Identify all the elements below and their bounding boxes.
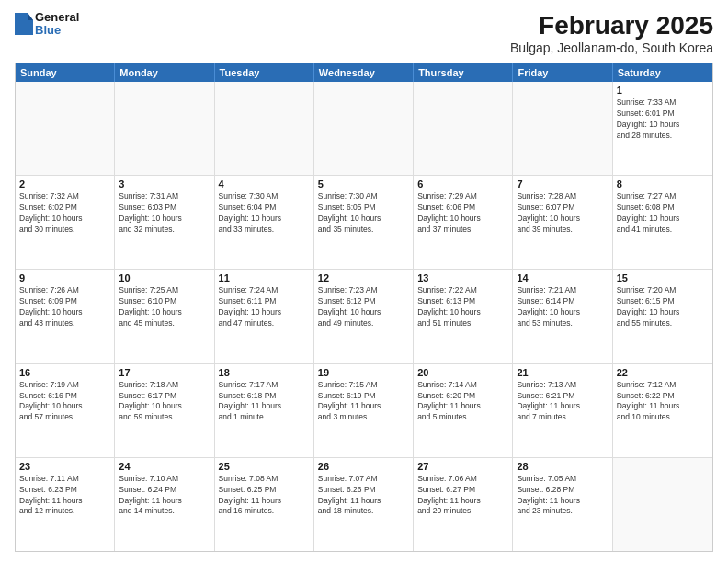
day-number: 24 bbox=[119, 461, 210, 472]
empty-cell bbox=[215, 82, 314, 175]
day-8: 8Sunrise: 7:27 AMSunset: 6:08 PMDaylight… bbox=[613, 176, 712, 269]
empty-cell bbox=[613, 458, 712, 551]
day-number: 12 bbox=[318, 272, 409, 283]
day-19: 19Sunrise: 7:15 AMSunset: 6:19 PMDayligh… bbox=[314, 364, 414, 457]
day-number: 9 bbox=[19, 272, 110, 283]
day-24: 24Sunrise: 7:10 AMSunset: 6:24 PMDayligh… bbox=[115, 458, 214, 551]
day-info: Sunrise: 7:25 AMSunset: 6:10 PMDaylight:… bbox=[119, 285, 210, 329]
day-number: 11 bbox=[219, 272, 310, 283]
header-day-monday: Monday bbox=[115, 63, 214, 82]
day-number: 2 bbox=[19, 178, 110, 190]
day-number: 23 bbox=[19, 461, 110, 472]
day-info: Sunrise: 7:31 AMSunset: 6:03 PMDaylight:… bbox=[119, 191, 210, 236]
day-number: 20 bbox=[417, 367, 508, 378]
calendar-subtitle: Bulgap, Jeollanam-do, South Korea bbox=[510, 40, 713, 55]
day-info: Sunrise: 7:10 AMSunset: 6:24 PMDaylight:… bbox=[119, 474, 210, 518]
header-day-friday: Friday bbox=[513, 63, 612, 82]
calendar-body: 1Sunrise: 7:33 AMSunset: 6:01 PMDaylight… bbox=[16, 82, 712, 551]
day-info: Sunrise: 7:20 AMSunset: 6:15 PMDaylight:… bbox=[617, 285, 709, 329]
day-info: Sunrise: 7:18 AMSunset: 6:17 PMDaylight:… bbox=[119, 380, 210, 424]
day-info: Sunrise: 7:30 AMSunset: 6:05 PMDaylight:… bbox=[318, 191, 409, 236]
day-11: 11Sunrise: 7:24 AMSunset: 6:11 PMDayligh… bbox=[215, 270, 314, 362]
day-info: Sunrise: 7:15 AMSunset: 6:19 PMDaylight:… bbox=[318, 380, 409, 424]
calendar: SundayMondayTuesdayWednesdayThursdayFrid… bbox=[15, 63, 713, 552]
week-2: 2Sunrise: 7:32 AMSunset: 6:02 PMDaylight… bbox=[16, 176, 712, 270]
day-number: 26 bbox=[318, 461, 409, 472]
week-4: 16Sunrise: 7:19 AMSunset: 6:16 PMDayligh… bbox=[16, 364, 712, 458]
day-number: 5 bbox=[318, 178, 409, 190]
day-info: Sunrise: 7:11 AMSunset: 6:23 PMDaylight:… bbox=[19, 474, 110, 518]
header-day-tuesday: Tuesday bbox=[215, 63, 314, 82]
header-day-sunday: Sunday bbox=[16, 63, 115, 82]
day-21: 21Sunrise: 7:13 AMSunset: 6:21 PMDayligh… bbox=[513, 364, 612, 457]
logo-general: General bbox=[35, 11, 79, 24]
day-17: 17Sunrise: 7:18 AMSunset: 6:17 PMDayligh… bbox=[115, 364, 214, 457]
day-info: Sunrise: 7:12 AMSunset: 6:22 PMDaylight:… bbox=[617, 380, 709, 424]
day-info: Sunrise: 7:07 AMSunset: 6:26 PMDaylight:… bbox=[318, 474, 409, 518]
day-25: 25Sunrise: 7:08 AMSunset: 6:25 PMDayligh… bbox=[215, 458, 314, 551]
day-26: 26Sunrise: 7:07 AMSunset: 6:26 PMDayligh… bbox=[314, 458, 414, 551]
day-info: Sunrise: 7:06 AMSunset: 6:27 PMDaylight:… bbox=[417, 474, 508, 518]
day-9: 9Sunrise: 7:26 AMSunset: 6:09 PMDaylight… bbox=[16, 270, 115, 362]
day-number: 22 bbox=[617, 367, 709, 378]
header-day-saturday: Saturday bbox=[613, 63, 712, 82]
day-number: 19 bbox=[318, 367, 409, 378]
empty-cell bbox=[414, 82, 513, 175]
day-number: 13 bbox=[417, 272, 508, 283]
day-info: Sunrise: 7:17 AMSunset: 6:18 PMDaylight:… bbox=[219, 380, 310, 424]
day-info: Sunrise: 7:19 AMSunset: 6:16 PMDaylight:… bbox=[19, 380, 110, 424]
logo-text: General Blue bbox=[35, 11, 79, 38]
day-number: 8 bbox=[617, 178, 709, 190]
day-number: 18 bbox=[219, 367, 310, 378]
day-number: 15 bbox=[617, 272, 709, 283]
week-5: 23Sunrise: 7:11 AMSunset: 6:23 PMDayligh… bbox=[16, 458, 712, 551]
logo-icon bbox=[15, 13, 33, 35]
day-14: 14Sunrise: 7:21 AMSunset: 6:14 PMDayligh… bbox=[513, 270, 612, 362]
svg-marker-1 bbox=[28, 13, 33, 20]
day-10: 10Sunrise: 7:25 AMSunset: 6:10 PMDayligh… bbox=[115, 270, 214, 362]
day-22: 22Sunrise: 7:12 AMSunset: 6:22 PMDayligh… bbox=[613, 364, 712, 457]
day-number: 16 bbox=[19, 367, 110, 378]
day-number: 17 bbox=[119, 367, 210, 378]
empty-cell bbox=[115, 82, 214, 175]
logo: General Blue bbox=[15, 11, 79, 38]
day-info: Sunrise: 7:26 AMSunset: 6:09 PMDaylight:… bbox=[19, 285, 110, 329]
svg-marker-0 bbox=[15, 13, 33, 35]
day-2: 2Sunrise: 7:32 AMSunset: 6:02 PMDaylight… bbox=[16, 176, 115, 269]
day-12: 12Sunrise: 7:23 AMSunset: 6:12 PMDayligh… bbox=[314, 270, 414, 362]
day-info: Sunrise: 7:14 AMSunset: 6:20 PMDaylight:… bbox=[417, 380, 508, 424]
day-number: 28 bbox=[517, 461, 608, 472]
day-3: 3Sunrise: 7:31 AMSunset: 6:03 PMDaylight… bbox=[115, 176, 214, 269]
day-info: Sunrise: 7:28 AMSunset: 6:07 PMDaylight:… bbox=[517, 191, 608, 236]
day-info: Sunrise: 7:13 AMSunset: 6:21 PMDaylight:… bbox=[517, 380, 608, 424]
day-info: Sunrise: 7:21 AMSunset: 6:14 PMDaylight:… bbox=[517, 285, 608, 329]
day-15: 15Sunrise: 7:20 AMSunset: 6:15 PMDayligh… bbox=[613, 270, 712, 362]
week-3: 9Sunrise: 7:26 AMSunset: 6:09 PMDaylight… bbox=[16, 270, 712, 363]
day-18: 18Sunrise: 7:17 AMSunset: 6:18 PMDayligh… bbox=[215, 364, 314, 457]
day-4: 4Sunrise: 7:30 AMSunset: 6:04 PMDaylight… bbox=[215, 176, 314, 269]
day-info: Sunrise: 7:33 AMSunset: 6:01 PMDaylight:… bbox=[617, 98, 709, 142]
day-number: 7 bbox=[517, 178, 608, 190]
day-13: 13Sunrise: 7:22 AMSunset: 6:13 PMDayligh… bbox=[414, 270, 513, 362]
day-28: 28Sunrise: 7:05 AMSunset: 6:28 PMDayligh… bbox=[513, 458, 612, 551]
week-1: 1Sunrise: 7:33 AMSunset: 6:01 PMDaylight… bbox=[16, 82, 712, 176]
calendar-title: February 2025 bbox=[510, 11, 713, 40]
day-number: 1 bbox=[617, 85, 709, 96]
day-number: 10 bbox=[119, 272, 210, 283]
empty-cell bbox=[16, 82, 115, 175]
header-day-thursday: Thursday bbox=[414, 63, 513, 82]
day-16: 16Sunrise: 7:19 AMSunset: 6:16 PMDayligh… bbox=[16, 364, 115, 457]
day-info: Sunrise: 7:22 AMSunset: 6:13 PMDaylight:… bbox=[417, 285, 508, 329]
page: General Blue February 2025 Bulgap, Jeoll… bbox=[0, 0, 728, 563]
day-number: 6 bbox=[417, 178, 508, 190]
day-20: 20Sunrise: 7:14 AMSunset: 6:20 PMDayligh… bbox=[414, 364, 513, 457]
day-info: Sunrise: 7:30 AMSunset: 6:04 PMDaylight:… bbox=[219, 191, 310, 236]
day-1: 1Sunrise: 7:33 AMSunset: 6:01 PMDaylight… bbox=[613, 82, 712, 175]
day-info: Sunrise: 7:32 AMSunset: 6:02 PMDaylight:… bbox=[19, 191, 110, 236]
day-number: 4 bbox=[219, 178, 310, 190]
title-block: February 2025 Bulgap, Jeollanam-do, Sout… bbox=[510, 11, 713, 55]
day-number: 21 bbox=[517, 367, 608, 378]
day-number: 14 bbox=[517, 272, 608, 283]
day-23: 23Sunrise: 7:11 AMSunset: 6:23 PMDayligh… bbox=[16, 458, 115, 551]
day-6: 6Sunrise: 7:29 AMSunset: 6:06 PMDaylight… bbox=[414, 176, 513, 269]
